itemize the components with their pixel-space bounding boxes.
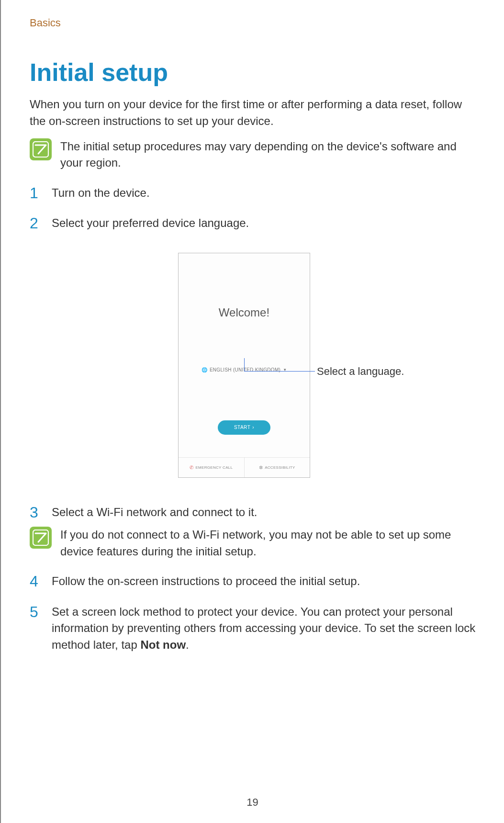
phone-emergency-label: EMERGENCY CALL [195,465,233,470]
step-text: Select your preferred device language. [52,215,249,232]
note-text: The initial setup procedures may vary de… [60,138,480,172]
chevron-right-icon: › [252,425,254,430]
callout-label: Select a language. [317,365,404,378]
phone-start-label: START [234,425,250,430]
step-text: Set a screen lock method to protect your… [52,604,480,654]
step-number: 5 [30,604,43,620]
phone-welcome-text: Welcome! [219,306,269,319]
step-5-bold: Not now [140,638,186,651]
svg-rect-1 [33,530,48,545]
step-1: 1 Turn on the device. [30,185,480,202]
callout-leader-line [244,358,315,372]
note-text: If you do not connect to a Wi-Fi network… [60,527,480,560]
step-5: 5 Set a screen lock method to protect yo… [30,604,480,654]
note-block: The initial setup procedures may vary de… [30,138,480,172]
step-text: Follow the on-screen instructions to pro… [52,573,360,590]
document-page: Basics Initial setup When you turn on yo… [0,0,504,823]
step-number: 3 [30,504,43,521]
step-text: Turn on the device. [52,185,150,202]
step-2: 2 Select your preferred device language. [30,215,480,232]
page-title: Initial setup [30,58,480,87]
phone-bottom-bar: ✆ EMERGENCY CALL ✲ ACCESSIBILITY [179,457,310,477]
globe-icon: 🌐 [202,367,207,372]
step-number: 4 [30,573,43,590]
phone-start-button[interactable]: START › [218,420,270,435]
step-4: 4 Follow the on-screen instructions to p… [30,573,480,590]
step-number: 1 [30,185,43,202]
note-icon [30,527,52,549]
phone-accessibility-label: ACCESSIBILITY [265,465,295,470]
intro-paragraph: When you turn on your device for the fir… [30,96,480,130]
step-5-text-c: . [186,638,189,651]
step-text: Select a Wi-Fi network and connect to it… [52,504,258,521]
note-block: If you do not connect to a Wi-Fi network… [30,527,480,560]
step-3: 3 Select a Wi-Fi network and connect to … [30,504,480,521]
svg-rect-0 [33,142,48,157]
step-number: 2 [30,215,43,232]
accessibility-icon: ✲ [259,465,263,470]
step-5-text-a: Set a screen lock method to protect your… [52,605,475,652]
note-icon [30,138,52,160]
phone-call-icon: ✆ [190,465,193,470]
section-breadcrumb: Basics [30,17,480,29]
phone-emergency-button[interactable]: ✆ EMERGENCY CALL [179,458,245,477]
page-number: 19 [1,796,504,809]
phone-illustration-block: Welcome! 🌐 ENGLISH (UNITED KINGDOM) ▼ ST… [30,246,480,485]
phone-accessibility-button[interactable]: ✲ ACCESSIBILITY [245,458,310,477]
